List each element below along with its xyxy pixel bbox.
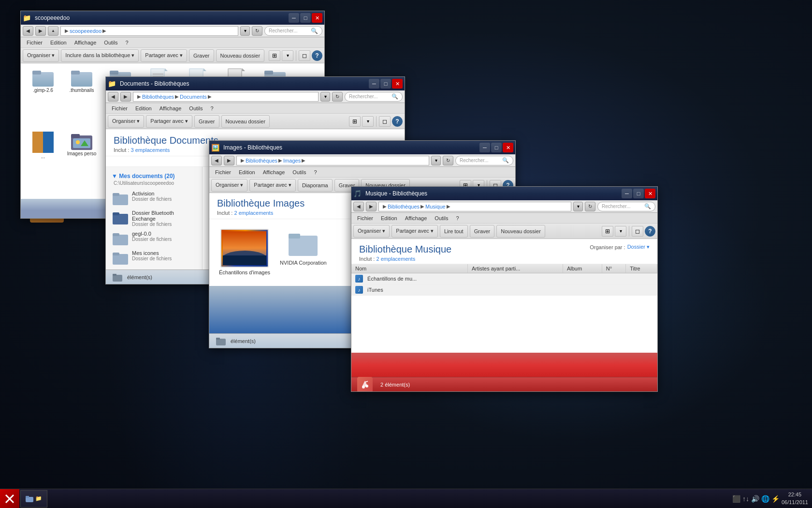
file-item-thumbnails[interactable]: .thumbnails bbox=[64, 68, 99, 128]
burn-button[interactable]: Graver bbox=[189, 49, 214, 62]
col-artistes[interactable]: Artistes ayant parti... bbox=[467, 264, 563, 273]
search-box[interactable]: Rechercher... 🔍 bbox=[455, 156, 513, 165]
organiser-button[interactable]: Organiser ▾ bbox=[353, 225, 390, 238]
menu-help[interactable]: ? bbox=[121, 39, 132, 46]
search-box[interactable]: Rechercher... 🔍 bbox=[345, 92, 403, 102]
address-path[interactable]: ▶ Bibliothèques ▶ Images ▶ bbox=[236, 156, 429, 165]
col-titre[interactable]: Titre bbox=[626, 264, 657, 273]
share-button[interactable]: Partager avec ▾ bbox=[392, 225, 438, 238]
close-button[interactable]: ✕ bbox=[392, 79, 403, 89]
search-box[interactable]: Rechercher... 🔍 bbox=[597, 202, 655, 211]
close-button[interactable]: ✕ bbox=[503, 143, 513, 152]
table-row[interactable]: ♪ iTunes bbox=[351, 284, 657, 296]
forward-button[interactable]: ▶ bbox=[35, 26, 46, 36]
maximize-button[interactable]: □ bbox=[300, 13, 311, 23]
new-folder-button[interactable]: Nouveau dossier bbox=[496, 225, 545, 238]
close-button[interactable]: ✕ bbox=[645, 189, 655, 198]
refresh-button[interactable]: ↻ bbox=[252, 26, 262, 36]
menu-edition[interactable]: Edition bbox=[46, 39, 71, 46]
menu-fichier[interactable]: Fichier bbox=[211, 168, 235, 176]
gallery-item-echantillons[interactable]: Échantillons d'images bbox=[219, 229, 270, 276]
menu-outils[interactable]: Outils bbox=[100, 39, 121, 46]
tray-icon-3[interactable]: 🔊 bbox=[751, 495, 759, 503]
help-button[interactable]: ? bbox=[645, 226, 655, 237]
tray-icon-1[interactable]: ⬛ bbox=[732, 495, 740, 503]
burn-button[interactable]: Graver bbox=[470, 225, 495, 238]
sidebar-item-mes-icones[interactable]: Mes icones Dossier de fichiers bbox=[110, 248, 198, 268]
breadcrumb-bibliotheques[interactable]: Bibliothèques bbox=[142, 94, 174, 100]
menu-fichier[interactable]: Fichier bbox=[108, 105, 131, 112]
address-dropdown[interactable]: ▾ bbox=[320, 92, 330, 102]
start-button[interactable] bbox=[0, 489, 19, 508]
forward-button[interactable]: ▶ bbox=[120, 92, 131, 102]
breadcrumb-bibliotheques[interactable]: Bibliothèques bbox=[246, 158, 277, 164]
menu-edition[interactable]: Edition bbox=[131, 105, 156, 112]
organiser-button[interactable]: Organiser ▾ bbox=[108, 115, 144, 128]
gallery-item-nvidia[interactable]: NVIDIA Corporation bbox=[280, 229, 327, 276]
organize-value[interactable]: Dossier ▾ bbox=[627, 244, 650, 250]
sidebar-item-bluetooth[interactable]: Dossier Bluetooth Exchange Dossier de fi… bbox=[110, 208, 198, 229]
menu-affichage[interactable]: Affichage bbox=[71, 39, 101, 46]
library-locations-link[interactable]: 2 emplacements bbox=[376, 256, 415, 262]
minimize-button[interactable]: ─ bbox=[622, 189, 632, 198]
table-row[interactable]: ♪ Échantillons de mu... bbox=[351, 273, 657, 284]
menu-help[interactable]: ? bbox=[206, 105, 217, 112]
back-button[interactable]: ◀ bbox=[108, 92, 118, 102]
col-nom[interactable]: Nom bbox=[351, 264, 467, 273]
view-mode-button[interactable]: ⊞ bbox=[269, 50, 280, 61]
forward-button[interactable]: ▶ bbox=[366, 202, 377, 211]
menu-help[interactable]: ? bbox=[452, 214, 463, 222]
include-library-button[interactable]: Inclure dans la bibliothèque ▾ bbox=[61, 49, 139, 62]
new-folder-button[interactable]: Nouveau dossier bbox=[221, 115, 270, 128]
breadcrumb-musique[interactable]: Musique bbox=[425, 204, 446, 209]
share-button[interactable]: Partager avec ▾ bbox=[141, 49, 187, 62]
preview-button[interactable]: ◻ bbox=[632, 226, 643, 237]
library-locations-link[interactable]: 3 emplacements bbox=[130, 147, 170, 153]
back-button[interactable]: ◀ bbox=[23, 26, 33, 36]
taskbar-btn-explorer[interactable]: 📁 bbox=[20, 490, 47, 508]
breadcrumb-images[interactable]: Images bbox=[283, 158, 301, 164]
burn-button[interactable]: Graver bbox=[194, 115, 219, 128]
organiser-button[interactable]: Organiser ▾ bbox=[23, 49, 59, 62]
section-expand[interactable]: ▼ Mes documents (20) bbox=[110, 170, 198, 180]
col-num[interactable]: N° bbox=[602, 264, 625, 273]
maximize-button[interactable]: □ bbox=[633, 189, 644, 198]
minimize-button[interactable]: ─ bbox=[479, 143, 490, 152]
help-button[interactable]: ? bbox=[312, 50, 322, 61]
breadcrumb-documents[interactable]: Documents bbox=[180, 94, 207, 100]
menu-help[interactable]: ? bbox=[310, 168, 320, 176]
view-dropdown[interactable]: ▾ bbox=[615, 226, 626, 237]
menu-outils[interactable]: Outils bbox=[289, 168, 310, 176]
preview-button[interactable]: ◻ bbox=[379, 116, 391, 127]
play-all-button[interactable]: Lire tout bbox=[440, 225, 468, 238]
maximize-button[interactable]: □ bbox=[380, 79, 391, 89]
menu-affichage[interactable]: Affichage bbox=[259, 168, 289, 176]
refresh-button[interactable]: ↻ bbox=[585, 202, 595, 211]
slideshow-button[interactable]: Diaporama bbox=[298, 179, 333, 192]
new-folder-button[interactable]: Nouveau dossier bbox=[216, 49, 265, 62]
search-box[interactable]: Rechercher... 🔍 bbox=[264, 26, 322, 36]
file-item-images-perso[interactable]: Images perso bbox=[64, 132, 99, 194]
menu-edition[interactable]: Edition bbox=[377, 214, 401, 222]
menu-fichier[interactable]: Fichier bbox=[23, 39, 46, 46]
minimize-button[interactable]: ─ bbox=[369, 79, 379, 89]
back-button[interactable]: ◀ bbox=[211, 156, 222, 165]
col-album[interactable]: Album bbox=[563, 264, 602, 273]
share-button[interactable]: Partager avec ▾ bbox=[146, 115, 192, 128]
sidebar-item-gegl[interactable]: gegl-0.0 Dossier de fichiers bbox=[110, 229, 198, 248]
address-path[interactable]: ▶ Bibliothèques ▶ Documents ▶ bbox=[133, 92, 319, 102]
menu-affichage[interactable]: Affichage bbox=[156, 105, 186, 112]
breadcrumb-scoopeeedoo[interactable]: scoopeeedoo bbox=[70, 28, 102, 34]
close-button[interactable]: ✕ bbox=[312, 13, 322, 23]
breadcrumb-bibliotheques[interactable]: Bibliothèques bbox=[388, 204, 420, 209]
maximize-button[interactable]: □ bbox=[491, 143, 502, 152]
organiser-button[interactable]: Organiser ▾ bbox=[211, 179, 247, 192]
address-path[interactable]: ▶ scoopeeedoo ▶ bbox=[60, 26, 238, 36]
help-button[interactable]: ? bbox=[392, 116, 403, 127]
view-mode-button[interactable]: ⊞ bbox=[602, 226, 613, 237]
view-list-button[interactable]: ▾ bbox=[362, 116, 374, 127]
share-button[interactable]: Partager avec ▾ bbox=[249, 179, 296, 192]
sidebar-item-activision[interactable]: Activision Dossier de fichiers bbox=[110, 189, 198, 208]
menu-outils[interactable]: Outils bbox=[185, 105, 206, 112]
preview-button[interactable]: ◻ bbox=[299, 50, 310, 61]
